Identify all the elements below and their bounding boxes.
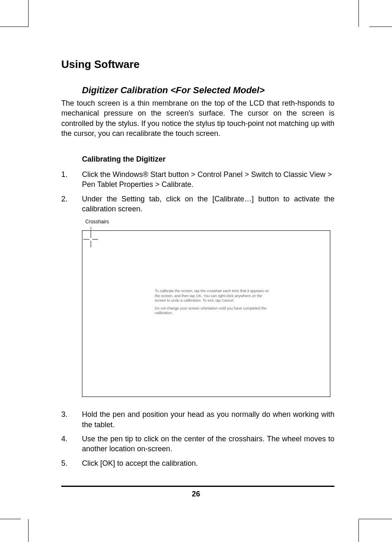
calibration-instructions: To calibrate the screen, tap the crossha… xyxy=(155,289,271,319)
steps-list-cont: 3. Hold the pen and position your head a… xyxy=(61,409,334,468)
step-text: Click the Windows® Start button > Contro… xyxy=(82,169,334,190)
list-item: 2. Under the Setting tab, click on the [… xyxy=(61,194,334,214)
crop-mark xyxy=(28,519,29,542)
step-number: 2. xyxy=(61,194,82,214)
calibration-msg-2: Do not change your screen orientation un… xyxy=(155,306,271,316)
list-item: 3. Hold the pen and position your head a… xyxy=(61,409,334,430)
crop-mark xyxy=(0,519,21,519)
step-heading: Calibrating the Digitizer xyxy=(82,155,334,164)
calibration-msg-1: To calibrate the screen, tap the crossha… xyxy=(155,289,271,303)
steps-list: 1. Click the Windows® Start button > Con… xyxy=(61,169,334,214)
crop-mark xyxy=(369,27,392,27)
page-number: 26 xyxy=(0,490,392,498)
step-text: Use the pen tip to click on the center o… xyxy=(82,434,334,454)
step-number: 5. xyxy=(61,458,82,468)
page-content: Using Software Digitizer Calibration <Fo… xyxy=(61,58,334,472)
intro-paragraph: The touch screen is a thin membrane on t… xyxy=(61,98,334,138)
list-item: 1. Click the Windows® Start button > Con… xyxy=(61,169,334,190)
step-text: Under the Setting tab, click on the [Cal… xyxy=(82,194,334,214)
crosshair-icon xyxy=(89,238,92,241)
subsection-title: Digitizer Calibration <For Selected Mode… xyxy=(82,85,334,96)
crosshairs-label: Crosshairs xyxy=(82,219,330,225)
down-arrow-icon: ↓ xyxy=(82,225,330,230)
calibration-figure: Crosshairs ↓ To calibrate the screen, ta… xyxy=(82,219,330,397)
section-title: Using Software xyxy=(61,58,334,71)
list-item: 5. Click [OK] to accept the calibration. xyxy=(61,458,334,468)
crop-mark xyxy=(359,519,392,519)
crop-mark xyxy=(0,27,28,27)
step-number: 1. xyxy=(61,169,82,190)
step-number: 4. xyxy=(61,434,82,454)
footer-rule xyxy=(61,486,334,487)
crop-mark xyxy=(28,0,29,27)
list-item: 4. Use the pen tip to click on the cente… xyxy=(61,434,334,454)
calibration-screen: To calibrate the screen, tap the crossha… xyxy=(82,230,330,397)
crop-mark xyxy=(358,519,359,542)
step-text: Click [OK] to accept the calibration. xyxy=(82,458,334,468)
step-number: 3. xyxy=(61,409,82,430)
step-text: Hold the pen and position your head as y… xyxy=(82,409,334,430)
crop-mark xyxy=(358,0,359,27)
